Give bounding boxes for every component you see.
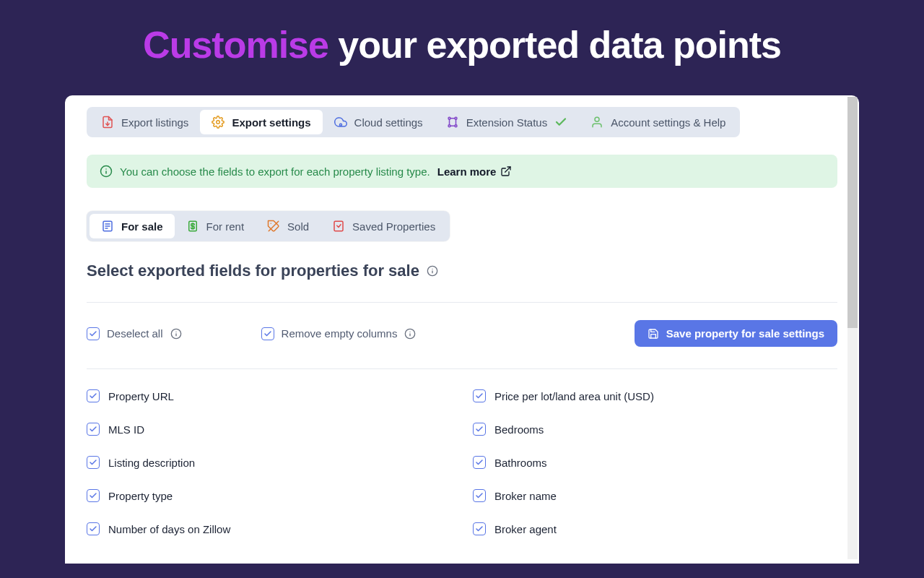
tab-saved-label: Saved Properties (352, 220, 435, 233)
field-checkbox[interactable] (473, 489, 486, 502)
sold-icon (267, 220, 280, 233)
remove-empty-checkbox[interactable] (261, 327, 274, 340)
field-label: Bathrooms (494, 457, 547, 469)
tab-extension-status[interactable]: Extension Status (435, 110, 580, 134)
field-checkbox[interactable] (473, 456, 486, 469)
field-checkbox[interactable] (473, 423, 486, 436)
remove-empty-info-icon[interactable] (404, 328, 416, 340)
save-icon (648, 328, 659, 340)
field-mls-id[interactable]: MLS ID (87, 423, 451, 436)
field-checkbox[interactable] (87, 389, 100, 402)
tab-for-rent-label: For rent (206, 220, 245, 233)
tab-extension-status-label: Extension Status (466, 116, 548, 129)
settings-panel: Export listings Export settings Cloud se… (65, 95, 859, 564)
svg-point-6 (595, 117, 599, 121)
separator (87, 302, 837, 303)
fields-grid: Property URL MLS ID Listing description … (87, 389, 837, 535)
field-property-type[interactable]: Property type (87, 489, 451, 502)
field-checkbox[interactable] (87, 489, 100, 502)
field-label: Broker name (494, 490, 557, 502)
tab-saved-properties[interactable]: Saved Properties (321, 214, 447, 238)
cloud-settings-icon (334, 116, 347, 129)
separator-2 (87, 368, 837, 369)
account-icon (590, 116, 603, 129)
for-sale-icon (101, 220, 114, 233)
tab-sold-label: Sold (287, 220, 309, 233)
tab-for-sale[interactable]: For sale (90, 214, 175, 238)
tab-export-settings[interactable]: Export settings (200, 110, 322, 134)
field-label: Broker agent (494, 523, 557, 535)
deselect-all-checkbox[interactable] (87, 327, 100, 340)
field-days-on-zillow[interactable]: Number of days on Zillow (87, 522, 451, 535)
section-title-text: Select exported fields for properties fo… (87, 262, 419, 280)
for-rent-icon (186, 220, 199, 233)
field-checkbox[interactable] (473, 389, 486, 402)
export-listings-icon (101, 116, 114, 129)
field-checkbox[interactable] (87, 522, 100, 535)
tab-export-listings-label: Export listings (121, 116, 188, 129)
field-broker-name[interactable]: Broker name (473, 489, 837, 502)
svg-line-10 (505, 167, 510, 172)
property-type-tabs: For sale For rent Sold Saved Properties (87, 211, 450, 241)
controls-row: Deselect all Remove empty columns (87, 320, 837, 347)
save-settings-button[interactable]: Save property for sale settings (635, 320, 837, 347)
field-label: MLS ID (108, 423, 144, 436)
field-listing-description[interactable]: Listing description (87, 456, 451, 469)
field-checkbox[interactable] (87, 423, 100, 436)
field-broker-agent[interactable]: Broker agent (473, 522, 837, 535)
field-bedrooms[interactable]: Bedrooms (473, 423, 837, 436)
tab-for-sale-label: For sale (121, 220, 163, 233)
fields-left-column: Property URL MLS ID Listing description … (87, 389, 451, 535)
field-label: Property URL (108, 390, 174, 402)
section-title: Select exported fields for properties fo… (87, 262, 837, 280)
save-settings-label: Save property for sale settings (666, 327, 824, 340)
tab-export-listings[interactable]: Export listings (90, 110, 200, 134)
field-property-url[interactable]: Property URL (87, 389, 451, 402)
saved-icon (332, 220, 345, 233)
extension-status-icon (446, 116, 459, 129)
deselect-all-label: Deselect all (107, 327, 163, 340)
info-banner-text: You can choose the fields to export for … (120, 165, 430, 178)
field-price-per-lot[interactable]: Price per lot/land area unit (USD) (473, 389, 837, 402)
tab-for-rent[interactable]: For rent (175, 214, 256, 238)
field-bathrooms[interactable]: Bathrooms (473, 456, 837, 469)
tab-cloud-settings-label: Cloud settings (354, 116, 423, 129)
status-ok-icon (554, 116, 567, 129)
top-tabs: Export listings Export settings Cloud se… (87, 107, 740, 137)
info-banner: You can choose the fields to export for … (87, 155, 837, 188)
field-checkbox[interactable] (87, 456, 100, 469)
hero-rest: your exported data points (328, 24, 781, 66)
field-label: Number of days on Zillow (108, 523, 230, 535)
remove-empty-label: Remove empty columns (282, 327, 398, 340)
field-label: Bedrooms (494, 423, 544, 436)
svg-line-17 (269, 221, 279, 231)
tab-sold[interactable]: Sold (256, 214, 321, 238)
hero-heading: Customise your exported data points (0, 0, 924, 95)
field-checkbox[interactable] (473, 522, 486, 535)
deselect-all-info-icon[interactable] (170, 328, 182, 340)
export-settings-icon (212, 116, 225, 129)
deselect-all-option[interactable]: Deselect all (87, 327, 182, 340)
info-icon (100, 165, 113, 178)
tab-account-settings-help[interactable]: Account settings & Help (579, 110, 737, 134)
tab-cloud-settings[interactable]: Cloud settings (323, 110, 435, 134)
tab-account-settings-help-label: Account settings & Help (611, 116, 725, 129)
learn-more-label: Learn more (437, 165, 497, 178)
svg-point-1 (339, 124, 341, 126)
remove-empty-option[interactable]: Remove empty columns (261, 327, 417, 340)
svg-rect-18 (334, 221, 343, 231)
hero-accent: Customise (143, 24, 328, 66)
tab-export-settings-label: Export settings (232, 116, 310, 129)
field-label: Price per lot/land area unit (USD) (494, 390, 654, 402)
external-link-icon (500, 165, 512, 177)
learn-more-link[interactable]: Learn more (437, 165, 513, 178)
field-label: Property type (108, 490, 173, 502)
scrollbar-thumb[interactable] (847, 97, 858, 328)
svg-point-0 (217, 121, 220, 124)
field-label: Listing description (108, 457, 195, 469)
section-info-icon[interactable] (427, 265, 438, 277)
fields-right-column: Price per lot/land area unit (USD) Bedro… (473, 389, 837, 535)
